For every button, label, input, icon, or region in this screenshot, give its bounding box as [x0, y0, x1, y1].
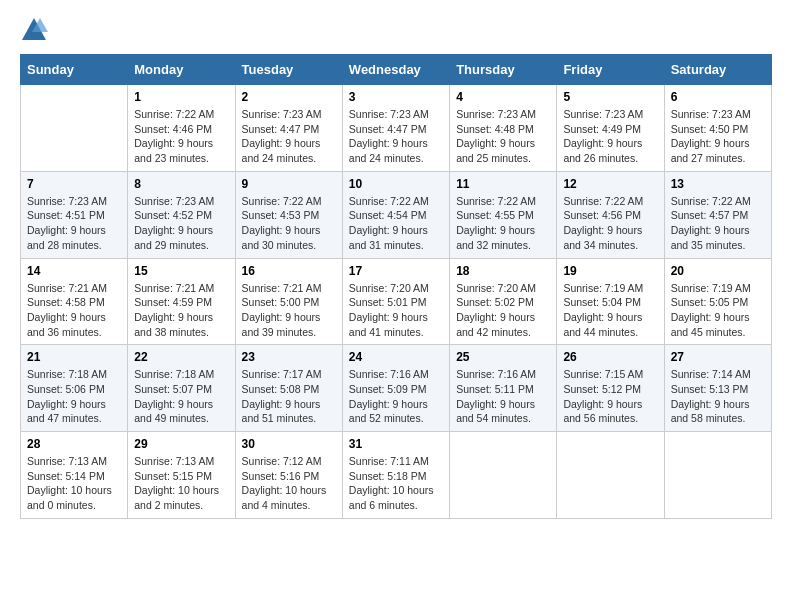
- day-info: Sunrise: 7:21 AM Sunset: 4:59 PM Dayligh…: [134, 281, 228, 340]
- calendar-cell: 8Sunrise: 7:23 AM Sunset: 4:52 PM Daylig…: [128, 171, 235, 258]
- day-info: Sunrise: 7:22 AM Sunset: 4:54 PM Dayligh…: [349, 194, 443, 253]
- calendar-cell: [557, 432, 664, 519]
- calendar-table: SundayMondayTuesdayWednesdayThursdayFrid…: [20, 54, 772, 519]
- day-number: 8: [134, 177, 228, 191]
- day-number: 30: [242, 437, 336, 451]
- week-row: 21Sunrise: 7:18 AM Sunset: 5:06 PM Dayli…: [21, 345, 772, 432]
- logo: [20, 16, 52, 44]
- day-info: Sunrise: 7:20 AM Sunset: 5:02 PM Dayligh…: [456, 281, 550, 340]
- calendar-cell: 19Sunrise: 7:19 AM Sunset: 5:04 PM Dayli…: [557, 258, 664, 345]
- calendar-cell: 3Sunrise: 7:23 AM Sunset: 4:47 PM Daylig…: [342, 85, 449, 172]
- day-info: Sunrise: 7:22 AM Sunset: 4:56 PM Dayligh…: [563, 194, 657, 253]
- calendar-cell: 5Sunrise: 7:23 AM Sunset: 4:49 PM Daylig…: [557, 85, 664, 172]
- day-number: 22: [134, 350, 228, 364]
- calendar-cell: 17Sunrise: 7:20 AM Sunset: 5:01 PM Dayli…: [342, 258, 449, 345]
- calendar-cell: 27Sunrise: 7:14 AM Sunset: 5:13 PM Dayli…: [664, 345, 771, 432]
- calendar-cell: 7Sunrise: 7:23 AM Sunset: 4:51 PM Daylig…: [21, 171, 128, 258]
- calendar-cell: 25Sunrise: 7:16 AM Sunset: 5:11 PM Dayli…: [450, 345, 557, 432]
- day-info: Sunrise: 7:23 AM Sunset: 4:52 PM Dayligh…: [134, 194, 228, 253]
- day-info: Sunrise: 7:18 AM Sunset: 5:07 PM Dayligh…: [134, 367, 228, 426]
- day-info: Sunrise: 7:23 AM Sunset: 4:47 PM Dayligh…: [242, 107, 336, 166]
- day-info: Sunrise: 7:11 AM Sunset: 5:18 PM Dayligh…: [349, 454, 443, 513]
- column-header-saturday: Saturday: [664, 55, 771, 85]
- day-info: Sunrise: 7:22 AM Sunset: 4:53 PM Dayligh…: [242, 194, 336, 253]
- calendar-cell: 30Sunrise: 7:12 AM Sunset: 5:16 PM Dayli…: [235, 432, 342, 519]
- day-number: 2: [242, 90, 336, 104]
- day-info: Sunrise: 7:18 AM Sunset: 5:06 PM Dayligh…: [27, 367, 121, 426]
- day-info: Sunrise: 7:23 AM Sunset: 4:50 PM Dayligh…: [671, 107, 765, 166]
- day-number: 4: [456, 90, 550, 104]
- day-info: Sunrise: 7:23 AM Sunset: 4:47 PM Dayligh…: [349, 107, 443, 166]
- column-header-wednesday: Wednesday: [342, 55, 449, 85]
- day-number: 6: [671, 90, 765, 104]
- day-number: 29: [134, 437, 228, 451]
- day-number: 7: [27, 177, 121, 191]
- day-info: Sunrise: 7:19 AM Sunset: 5:05 PM Dayligh…: [671, 281, 765, 340]
- day-number: 21: [27, 350, 121, 364]
- day-number: 26: [563, 350, 657, 364]
- calendar-cell: 18Sunrise: 7:20 AM Sunset: 5:02 PM Dayli…: [450, 258, 557, 345]
- day-info: Sunrise: 7:23 AM Sunset: 4:49 PM Dayligh…: [563, 107, 657, 166]
- calendar-cell: 22Sunrise: 7:18 AM Sunset: 5:07 PM Dayli…: [128, 345, 235, 432]
- day-number: 5: [563, 90, 657, 104]
- day-number: 10: [349, 177, 443, 191]
- day-info: Sunrise: 7:21 AM Sunset: 5:00 PM Dayligh…: [242, 281, 336, 340]
- day-info: Sunrise: 7:20 AM Sunset: 5:01 PM Dayligh…: [349, 281, 443, 340]
- calendar-cell: 4Sunrise: 7:23 AM Sunset: 4:48 PM Daylig…: [450, 85, 557, 172]
- calendar-cell: 11Sunrise: 7:22 AM Sunset: 4:55 PM Dayli…: [450, 171, 557, 258]
- day-number: 9: [242, 177, 336, 191]
- week-row: 14Sunrise: 7:21 AM Sunset: 4:58 PM Dayli…: [21, 258, 772, 345]
- day-info: Sunrise: 7:22 AM Sunset: 4:46 PM Dayligh…: [134, 107, 228, 166]
- calendar-cell: 24Sunrise: 7:16 AM Sunset: 5:09 PM Dayli…: [342, 345, 449, 432]
- day-info: Sunrise: 7:23 AM Sunset: 4:48 PM Dayligh…: [456, 107, 550, 166]
- day-number: 15: [134, 264, 228, 278]
- day-info: Sunrise: 7:19 AM Sunset: 5:04 PM Dayligh…: [563, 281, 657, 340]
- logo-icon: [20, 16, 48, 44]
- day-number: 24: [349, 350, 443, 364]
- calendar-cell: 29Sunrise: 7:13 AM Sunset: 5:15 PM Dayli…: [128, 432, 235, 519]
- day-number: 28: [27, 437, 121, 451]
- day-number: 27: [671, 350, 765, 364]
- calendar-cell: 20Sunrise: 7:19 AM Sunset: 5:05 PM Dayli…: [664, 258, 771, 345]
- day-info: Sunrise: 7:16 AM Sunset: 5:09 PM Dayligh…: [349, 367, 443, 426]
- calendar-cell: 2Sunrise: 7:23 AM Sunset: 4:47 PM Daylig…: [235, 85, 342, 172]
- calendar-cell: 15Sunrise: 7:21 AM Sunset: 4:59 PM Dayli…: [128, 258, 235, 345]
- calendar-cell: 28Sunrise: 7:13 AM Sunset: 5:14 PM Dayli…: [21, 432, 128, 519]
- calendar-header: SundayMondayTuesdayWednesdayThursdayFrid…: [21, 55, 772, 85]
- day-info: Sunrise: 7:17 AM Sunset: 5:08 PM Dayligh…: [242, 367, 336, 426]
- calendar-cell: 13Sunrise: 7:22 AM Sunset: 4:57 PM Dayli…: [664, 171, 771, 258]
- day-number: 17: [349, 264, 443, 278]
- day-info: Sunrise: 7:23 AM Sunset: 4:51 PM Dayligh…: [27, 194, 121, 253]
- calendar-cell: 23Sunrise: 7:17 AM Sunset: 5:08 PM Dayli…: [235, 345, 342, 432]
- day-info: Sunrise: 7:12 AM Sunset: 5:16 PM Dayligh…: [242, 454, 336, 513]
- calendar-cell: 1Sunrise: 7:22 AM Sunset: 4:46 PM Daylig…: [128, 85, 235, 172]
- week-row: 7Sunrise: 7:23 AM Sunset: 4:51 PM Daylig…: [21, 171, 772, 258]
- week-row: 1Sunrise: 7:22 AM Sunset: 4:46 PM Daylig…: [21, 85, 772, 172]
- column-header-thursday: Thursday: [450, 55, 557, 85]
- week-row: 28Sunrise: 7:13 AM Sunset: 5:14 PM Dayli…: [21, 432, 772, 519]
- day-number: 18: [456, 264, 550, 278]
- calendar-cell: 10Sunrise: 7:22 AM Sunset: 4:54 PM Dayli…: [342, 171, 449, 258]
- calendar-cell: 14Sunrise: 7:21 AM Sunset: 4:58 PM Dayli…: [21, 258, 128, 345]
- calendar-cell: 6Sunrise: 7:23 AM Sunset: 4:50 PM Daylig…: [664, 85, 771, 172]
- day-number: 1: [134, 90, 228, 104]
- day-number: 31: [349, 437, 443, 451]
- header-row: SundayMondayTuesdayWednesdayThursdayFrid…: [21, 55, 772, 85]
- day-number: 14: [27, 264, 121, 278]
- column-header-sunday: Sunday: [21, 55, 128, 85]
- day-number: 20: [671, 264, 765, 278]
- calendar-cell: [21, 85, 128, 172]
- page-header: [20, 16, 772, 44]
- calendar-cell: 16Sunrise: 7:21 AM Sunset: 5:00 PM Dayli…: [235, 258, 342, 345]
- day-number: 12: [563, 177, 657, 191]
- day-info: Sunrise: 7:22 AM Sunset: 4:57 PM Dayligh…: [671, 194, 765, 253]
- calendar-cell: [664, 432, 771, 519]
- day-info: Sunrise: 7:14 AM Sunset: 5:13 PM Dayligh…: [671, 367, 765, 426]
- day-number: 25: [456, 350, 550, 364]
- day-info: Sunrise: 7:21 AM Sunset: 4:58 PM Dayligh…: [27, 281, 121, 340]
- column-header-tuesday: Tuesday: [235, 55, 342, 85]
- day-number: 13: [671, 177, 765, 191]
- day-number: 16: [242, 264, 336, 278]
- day-info: Sunrise: 7:16 AM Sunset: 5:11 PM Dayligh…: [456, 367, 550, 426]
- day-info: Sunrise: 7:13 AM Sunset: 5:15 PM Dayligh…: [134, 454, 228, 513]
